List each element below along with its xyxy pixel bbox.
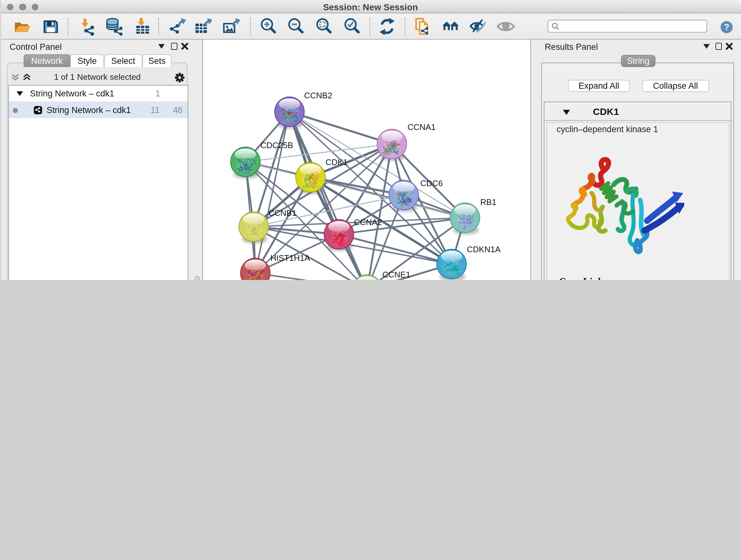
svg-text:HIST1H1A: HIST1H1A xyxy=(270,253,310,263)
svg-text:CCNB1: CCNB1 xyxy=(268,208,296,218)
svg-text:CCNA1: CCNA1 xyxy=(407,122,435,132)
svg-text:CDKN1A: CDKN1A xyxy=(467,245,500,254)
svg-text:CCNE1: CCNE1 xyxy=(382,270,410,279)
svg-text:CDK1: CDK1 xyxy=(325,158,347,167)
svg-text:CDC6: CDC6 xyxy=(420,179,443,188)
svg-text:CCNB2: CCNB2 xyxy=(304,91,332,100)
svg-text:CCNA2: CCNA2 xyxy=(354,217,382,227)
svg-text:CDC25B: CDC25B xyxy=(260,140,293,150)
svg-text:RB1: RB1 xyxy=(480,197,496,207)
